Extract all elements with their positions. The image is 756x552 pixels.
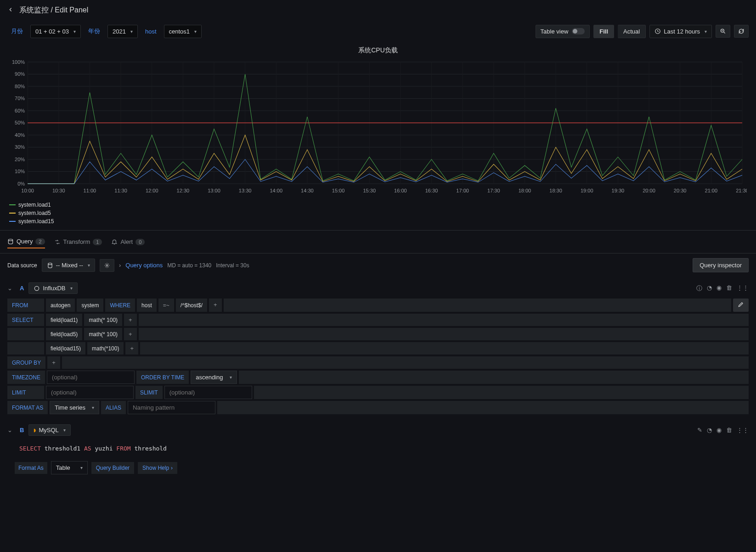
where-segment[interactable]: host	[137, 299, 157, 312]
svg-text:10%: 10%	[15, 169, 25, 175]
year-picker[interactable]: 2021 ▾	[107, 25, 138, 38]
row-filler	[217, 401, 749, 414]
svg-text:16:30: 16:30	[425, 188, 438, 193]
datasource-name: InfluxDB	[43, 285, 65, 292]
clock-icon[interactable]: ◔	[707, 427, 712, 434]
help-icon[interactable]: ⓘ	[696, 284, 702, 293]
show-help-button[interactable]: Show Help ›	[138, 462, 177, 474]
select-segment[interactable]: math(* 100)	[84, 328, 122, 340]
collapse-toggle[interactable]: ⌄	[7, 427, 12, 434]
tab-query[interactable]: Query 2	[7, 235, 45, 248]
month-label: 月份	[7, 24, 27, 38]
limit-input[interactable]	[46, 386, 134, 399]
add-segment-button[interactable]: +	[47, 356, 60, 369]
format-as-select[interactable]: Table ▾	[51, 461, 88, 474]
sql-keyword: AS	[84, 445, 91, 452]
alias-input[interactable]	[128, 401, 215, 414]
svg-text:90%: 90%	[15, 72, 25, 77]
query-builder-button[interactable]: Query Builder	[91, 462, 134, 474]
edit-raw-button[interactable]	[733, 299, 749, 312]
bell-icon	[111, 239, 118, 245]
query-letter[interactable]: A	[20, 285, 24, 292]
chart-panel: 100%90%80%70%60%50%40%30%20%10%0%10:0010…	[0, 57, 756, 200]
tab-alert[interactable]: Alert 0	[111, 236, 145, 248]
table-view-toggle[interactable]: Table view	[536, 25, 590, 38]
month-picker[interactable]: 01 + 02 + 03 ▾	[30, 25, 81, 38]
legend-color	[9, 204, 16, 205]
panel-tabs: Query 2 Transform 1 Alert 0	[0, 230, 756, 253]
clock-icon[interactable]: ◔	[707, 284, 712, 293]
query-options-link[interactable]: Query options	[125, 262, 163, 269]
svg-text:19:00: 19:00	[581, 188, 593, 193]
back-arrow-icon[interactable]	[7, 6, 14, 14]
from-segment[interactable]: autogen	[46, 299, 75, 312]
query-letter[interactable]: B	[20, 427, 24, 434]
svg-text:18:00: 18:00	[519, 188, 531, 193]
tab-transform[interactable]: Transform 1	[54, 236, 102, 248]
svg-text:21:30: 21:30	[736, 188, 747, 193]
where-operator[interactable]: =~	[158, 299, 174, 312]
row-filler	[62, 356, 749, 369]
query-a-datasource[interactable]: InfluxDB ▾	[28, 282, 77, 294]
influxdb-icon	[34, 285, 40, 292]
svg-text:20:30: 20:30	[674, 188, 687, 193]
select-segment[interactable]: math(* 100)	[84, 314, 122, 326]
slimit-input[interactable]	[164, 386, 252, 399]
host-picker[interactable]: centos1 ▾	[164, 25, 202, 38]
add-segment-button[interactable]: +	[209, 299, 222, 312]
qb-from-row: FROM autogen system WHERE host =~ /^$hos…	[7, 299, 749, 312]
svg-text:10:00: 10:00	[21, 188, 34, 193]
add-segment-button[interactable]: +	[124, 314, 137, 326]
refresh-button[interactable]	[734, 25, 749, 38]
chevron-down-icon: ▾	[92, 405, 94, 410]
select-segment[interactable]: field(load5)	[46, 328, 82, 340]
select-segment[interactable]: math(*100)	[87, 342, 124, 355]
from-segment[interactable]: system	[77, 299, 103, 312]
pencil-icon[interactable]: ✎	[697, 427, 702, 434]
actual-button[interactable]: Actual	[618, 25, 646, 38]
legend-item[interactable]: system.load5	[9, 210, 747, 216]
timezone-input[interactable]	[47, 371, 135, 384]
orderby-select[interactable]: ascending ▾	[191, 371, 237, 384]
fill-button[interactable]: Fill	[593, 25, 614, 38]
datasource-settings-button[interactable]	[100, 259, 114, 272]
formatas-value: Time series	[55, 404, 85, 411]
database-icon	[47, 262, 53, 269]
time-range-picker[interactable]: Last 12 hours ▾	[649, 25, 712, 38]
query-b-datasource[interactable]: ◗ MySQL ▾	[28, 424, 70, 436]
where-segment[interactable]: /^$host$/	[176, 299, 207, 312]
row-filler	[140, 342, 749, 355]
add-segment-button[interactable]: +	[124, 328, 137, 340]
query-b-header: ⌄ B ◗ MySQL ▾ ✎ ◔ ◉ 🗑 ⋮⋮	[7, 422, 749, 439]
select-segment[interactable]: field(load15)	[46, 342, 85, 355]
from-keyword: FROM	[7, 299, 44, 312]
collapse-toggle[interactable]: ⌄	[7, 285, 12, 292]
eye-icon[interactable]: ◉	[717, 427, 722, 434]
database-icon	[7, 238, 14, 245]
sql-editor[interactable]: SELECT threshold1 AS yuzhi FROM threshol…	[15, 440, 741, 456]
breadcrumb[interactable]: 系统监控 / Edit Panel	[19, 6, 88, 15]
select-segment[interactable]: field(load1)	[46, 314, 82, 326]
time-range-value: Last 12 hours	[664, 28, 700, 35]
tab-badge: 2	[35, 238, 45, 245]
svg-text:18:30: 18:30	[549, 188, 562, 193]
svg-point-74	[48, 263, 52, 265]
trash-icon[interactable]: 🗑	[726, 427, 732, 434]
query-inspector-button[interactable]: Query inspector	[693, 258, 749, 272]
orderby-value: ascending	[196, 374, 223, 381]
trash-icon[interactable]: 🗑	[726, 284, 732, 293]
toggle-switch[interactable]	[572, 28, 585, 34]
legend-label: system.load5	[18, 210, 51, 216]
eye-icon[interactable]: ◉	[717, 284, 722, 293]
legend-item[interactable]: system.load15	[9, 218, 747, 225]
formatas-select[interactable]: Time series ▾	[50, 401, 99, 414]
drag-handle-icon[interactable]: ⋮⋮	[737, 284, 749, 293]
drag-handle-icon[interactable]: ⋮⋮	[737, 427, 749, 434]
chevron-right-icon[interactable]: ›	[119, 262, 121, 269]
sql-column: threshold1	[45, 445, 80, 452]
legend-item[interactable]: system.load1	[9, 202, 747, 208]
add-segment-button[interactable]: +	[125, 342, 138, 355]
zoom-out-button[interactable]	[716, 25, 730, 38]
datasource-picker[interactable]: -- Mixed -- ▾	[42, 259, 95, 272]
svg-text:16:00: 16:00	[394, 188, 407, 193]
